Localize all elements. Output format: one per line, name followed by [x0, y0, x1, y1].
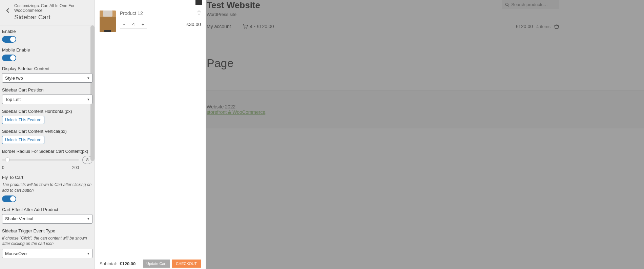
- trash-icon[interactable]: [197, 11, 201, 16]
- cart-effect-value: Shake Vertical: [5, 216, 33, 221]
- product-image[interactable]: [100, 11, 116, 32]
- qty-value[interactable]: 4: [128, 20, 139, 28]
- enable-label: Enable: [2, 29, 92, 34]
- display-content-label: Display Sidebar Content: [2, 66, 92, 71]
- chevron-left-icon: [6, 8, 9, 13]
- slider-min: 0: [2, 165, 4, 170]
- subtotal-label: Subtotal:: [100, 261, 117, 266]
- border-radius-label: Border Radius For Sidebar Cart Content(p…: [2, 149, 92, 154]
- back-button[interactable]: [3, 5, 13, 16]
- fly-to-cart-desc: The products will be flown to Cart after…: [2, 182, 92, 193]
- mobile-enable-toggle[interactable]: [2, 55, 16, 61]
- basket-icon: [554, 24, 559, 29]
- svg-point-3: [246, 28, 247, 28]
- border-radius-slider[interactable]: [2, 159, 79, 161]
- qty-minus-button[interactable]: -: [120, 20, 128, 28]
- footer-link[interactable]: storefront & WooCommerce: [207, 109, 265, 115]
- quantity-stepper: - 4 +: [120, 20, 147, 29]
- position-value: Top Left: [5, 97, 21, 102]
- trigger-value: MouseOver: [5, 251, 28, 256]
- customizer-header: Customizing ▸ Cart All In One For WooCom…: [0, 0, 95, 25]
- search-box[interactable]: [502, 0, 559, 9]
- customizer-panel: Customizing ▸ Cart All In One For WooCom…: [0, 0, 95, 269]
- mobile-enable-label: Mobile Enable: [2, 47, 92, 53]
- svg-point-2: [244, 28, 245, 28]
- nav-mini-cart-text: 4 - £120.00: [250, 24, 274, 29]
- search-icon: [505, 2, 509, 7]
- svg-point-0: [505, 3, 508, 6]
- scrollbar[interactable]: [90, 25, 95, 161]
- trigger-desc: If choose "Click", the cart content will…: [2, 235, 92, 247]
- slider-thumb[interactable]: [5, 158, 10, 162]
- trigger-select[interactable]: MouseOver: [2, 249, 92, 258]
- svg-line-1: [508, 5, 509, 6]
- cart-panel-header: [95, 0, 206, 5]
- cart-icon: [243, 24, 248, 29]
- cart-item: Product 12 - 4 + £30.00: [100, 11, 201, 32]
- update-cart-button[interactable]: Update Cart: [143, 260, 170, 268]
- horizontal-label: Sidebar Cart Content Horizontal(px): [2, 109, 92, 114]
- qty-plus-button[interactable]: +: [139, 20, 147, 28]
- site-title[interactable]: Test Website: [207, 0, 260, 11]
- cart-effect-select[interactable]: Shake Vertical: [2, 214, 92, 224]
- cart-effect-label: Cart Effect After Add Product: [2, 207, 92, 212]
- site-tagline: WordPress site: [207, 12, 260, 17]
- search-input[interactable]: [511, 2, 556, 7]
- vertical-label: Sidebar Cart Content Vertical(px): [2, 129, 92, 134]
- trigger-label: Sidebar Trigger Event Type: [2, 228, 92, 233]
- enable-toggle[interactable]: [2, 36, 16, 43]
- panel-title: Sidebar Cart: [14, 14, 90, 21]
- fly-to-cart-toggle[interactable]: [2, 195, 16, 202]
- nav-account[interactable]: My account: [207, 24, 231, 29]
- horizontal-unlock-button[interactable]: Unlock This Feature: [2, 116, 44, 124]
- breadcrumb: Customizing ▸ Cart All In One For WooCom…: [14, 3, 90, 13]
- close-icon[interactable]: [195, 0, 202, 5]
- display-content-value: Style two: [5, 76, 23, 81]
- checkout-button[interactable]: CHECKOUT: [172, 260, 201, 268]
- footer-copyright: Website 2022: [207, 104, 644, 109]
- nav-cart-total[interactable]: £120.00 4 items: [516, 24, 559, 29]
- nav-mini-cart[interactable]: 4 - £120.00: [243, 24, 274, 29]
- slider-max: 200: [72, 165, 79, 170]
- position-select[interactable]: Top Left: [2, 95, 92, 104]
- display-content-select[interactable]: Style two: [2, 73, 92, 83]
- footer-period: .: [265, 109, 267, 115]
- nav-items-count: 4 items: [536, 24, 550, 29]
- nav-total: £120.00: [516, 24, 533, 29]
- vertical-unlock-button[interactable]: Unlock This Feature: [2, 136, 44, 144]
- item-price: £30.00: [186, 22, 201, 27]
- fly-to-cart-label: Fly To Cart: [2, 175, 92, 180]
- sidebar-cart-panel: Product 12 - 4 + £30.00: [95, 0, 206, 269]
- product-name[interactable]: Product 12: [120, 11, 143, 16]
- subtotal-value: £120.00: [120, 261, 136, 266]
- position-label: Sidebar Cart Position: [2, 87, 92, 92]
